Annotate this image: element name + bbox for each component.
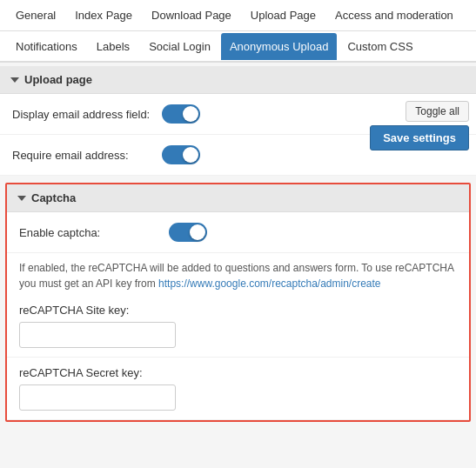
upload-section-title: Upload page [24,73,92,86]
display-email-thumb [183,106,198,122]
require-email-thumb [183,147,198,163]
toggle-all-button[interactable]: Toggle all [406,101,469,122]
require-email-label: Require email address: [12,149,151,162]
recaptcha-link[interactable]: https://www.google.com/recaptcha/admin/c… [158,277,380,290]
upload-section: Upload page Toggle all Save settings Dis… [0,66,476,176]
captcha-info-text: If enabled, the reCAPTCHA will be added … [7,253,469,295]
display-email-label: Display email address field: [12,108,151,121]
site-key-label: reCAPTCHA Site key: [19,304,457,317]
tab-social-login[interactable]: Social Login [140,33,219,60]
save-settings-button[interactable]: Save settings [370,125,469,150]
enable-captcha-thumb [190,224,205,240]
captcha-section: Captcha Enable captcha: If enabled, the … [5,183,471,422]
display-email-track [162,104,200,124]
tab-notifications[interactable]: Notifications [7,33,86,60]
nav-download-page[interactable]: Download Page [143,2,240,29]
site-key-input[interactable] [19,322,176,348]
content-body: Upload page Toggle all Save settings Dis… [0,63,476,432]
top-nav: General Index Page Download Page Upload … [0,0,476,31]
page-wrapper: General Index Page Download Page Upload … [0,0,476,468]
enable-captcha-row: Enable captcha: [7,212,469,253]
nav-index-page[interactable]: Index Page [66,2,141,29]
chevron-down-icon [10,77,19,83]
nav-access-moderation[interactable]: Access and moderation [326,2,462,29]
upload-section-header: Upload page [0,66,476,94]
tab-anonymous-upload[interactable]: Anonymous Upload [221,33,337,60]
settings-grid: Toggle all Save settings Display email a… [0,94,476,176]
tab-labels[interactable]: Labels [88,33,138,60]
second-nav: Notifications Labels Social Login Anonym… [0,31,476,63]
enable-captcha-label: Enable captcha: [19,226,158,239]
enable-captcha-toggle[interactable] [169,223,207,242]
site-key-row: reCAPTCHA Site key: [7,295,469,358]
nav-general[interactable]: General [7,2,64,29]
secret-key-input[interactable] [19,384,176,411]
require-email-track [162,145,200,164]
captcha-section-header: Captcha [7,184,469,212]
nav-upload-page[interactable]: Upload Page [242,2,325,29]
display-email-toggle[interactable] [162,104,200,124]
secret-key-label: reCAPTCHA Secret key: [19,366,457,379]
enable-captcha-track [169,223,207,242]
tab-custom-css[interactable]: Custom CSS [339,33,421,60]
captcha-chevron-icon [17,196,26,201]
captcha-section-title: Captcha [31,191,76,204]
require-email-toggle[interactable] [162,145,200,164]
secret-key-row: reCAPTCHA Secret key: [7,358,469,420]
toggle-save-area: Toggle all Save settings [370,101,469,150]
